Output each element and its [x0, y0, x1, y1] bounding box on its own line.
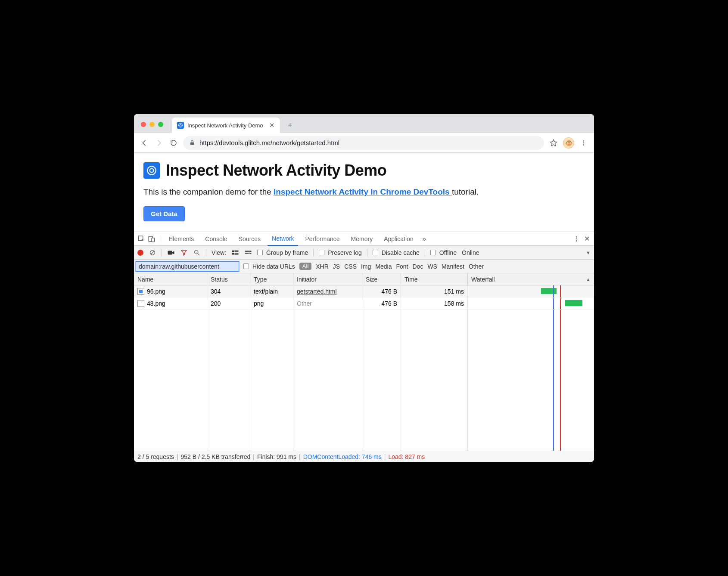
tutorial-link[interactable]: Inspect Network Activity In Chrome DevTo…: [274, 187, 452, 196]
address-bar[interactable]: https://devtools.glitch.me/network/getst…: [183, 136, 544, 150]
browser-toolbar: https://devtools.glitch.me/network/getst…: [134, 133, 594, 153]
col-size[interactable]: Size: [362, 273, 401, 285]
forward-button[interactable]: [154, 138, 164, 148]
group-by-frame-checkbox[interactable]: Group by frame: [257, 249, 308, 256]
profile-avatar[interactable]: 🐵: [563, 137, 574, 149]
tab-application[interactable]: Application: [380, 232, 418, 246]
filter-doc[interactable]: Doc: [412, 263, 423, 270]
cell-time: 151 ms: [401, 285, 468, 297]
filter-js[interactable]: JS: [333, 263, 340, 270]
minimize-window-button[interactable]: [149, 122, 155, 127]
more-tabs-icon[interactable]: »: [420, 235, 428, 243]
svg-rect-20: [234, 250, 238, 251]
browser-tab[interactable]: Inspect Network Activity Demo ✕: [172, 118, 280, 133]
svg-rect-26: [245, 253, 249, 254]
svg-rect-2: [190, 142, 194, 145]
svg-point-3: [583, 140, 585, 142]
cell-size: 476 B: [362, 285, 401, 297]
tab-performance[interactable]: Performance: [301, 232, 344, 246]
device-toggle-icon[interactable]: [148, 235, 156, 243]
throttling-select[interactable]: Online: [462, 249, 479, 256]
col-waterfall[interactable]: Waterfall▲: [468, 273, 594, 285]
svg-point-17: [195, 250, 198, 254]
cell-type: text/plain: [250, 285, 293, 297]
devtools-menu-icon[interactable]: [572, 235, 580, 243]
svg-point-7: [150, 169, 154, 173]
table-header: Name Status Type Initiator Size Time Wat…: [134, 273, 594, 285]
status-transferred: 952 B / 2.5 KB transferred: [180, 453, 250, 460]
col-type[interactable]: Type: [250, 273, 293, 285]
svg-point-1: [180, 124, 181, 126]
svg-rect-19: [232, 250, 234, 252]
cell-name: 96.png: [134, 285, 207, 297]
throttling-dropdown-icon[interactable]: ▼: [586, 250, 591, 255]
svg-point-4: [583, 142, 585, 143]
overview-icon[interactable]: [244, 249, 252, 257]
view-label: View:: [212, 249, 226, 256]
new-tab-button[interactable]: +: [284, 119, 296, 131]
cell-type: png: [250, 297, 293, 309]
svg-line-15: [151, 251, 154, 254]
url-text: https://devtools.glitch.me/network/getst…: [199, 139, 339, 146]
svg-point-6: [147, 166, 156, 175]
reload-button[interactable]: [168, 138, 179, 148]
filter-other[interactable]: Other: [469, 263, 484, 270]
col-status[interactable]: Status: [207, 273, 250, 285]
clear-icon[interactable]: [149, 249, 156, 257]
star-icon[interactable]: [548, 138, 559, 148]
camera-icon[interactable]: [167, 249, 175, 257]
col-initiator[interactable]: Initiator: [293, 273, 362, 285]
status-load: Load: 827 ms: [388, 453, 425, 460]
filter-ws[interactable]: WS: [427, 263, 437, 270]
filter-font[interactable]: Font: [396, 263, 408, 270]
hide-data-urls-checkbox[interactable]: Hide data URLs: [243, 263, 295, 270]
maximize-window-button[interactable]: [158, 122, 163, 127]
cell-name: 48.png: [134, 297, 207, 309]
tab-strip: Inspect Network Activity Demo ✕ +: [134, 114, 594, 133]
svg-rect-25: [245, 251, 251, 251]
close-tab-button[interactable]: ✕: [267, 121, 275, 129]
svg-point-11: [576, 236, 577, 238]
close-window-button[interactable]: [141, 122, 146, 127]
svg-rect-16: [168, 251, 173, 254]
svg-point-13: [576, 240, 577, 242]
svg-rect-27: [249, 253, 252, 254]
tab-elements[interactable]: Elements: [165, 232, 198, 246]
offline-checkbox[interactable]: Offline: [430, 249, 457, 256]
close-devtools-icon[interactable]: ✕: [583, 235, 591, 243]
col-time[interactable]: Time: [401, 273, 468, 285]
lock-icon: [189, 140, 195, 146]
cell-initiator: Other: [293, 297, 362, 309]
col-name[interactable]: Name: [134, 273, 207, 285]
filter-all[interactable]: All: [299, 263, 311, 270]
favicon-icon: [177, 122, 184, 129]
tab-sources[interactable]: Sources: [234, 232, 265, 246]
browser-menu-button[interactable]: [579, 138, 589, 148]
filter-img[interactable]: Img: [361, 263, 371, 270]
filter-css[interactable]: CSS: [344, 263, 357, 270]
cell-size: 476 B: [362, 297, 401, 309]
record-button[interactable]: [137, 250, 143, 256]
filter-input[interactable]: [136, 261, 239, 272]
tab-console[interactable]: Console: [201, 232, 231, 246]
filter-xhr[interactable]: XHR: [316, 263, 329, 270]
large-rows-icon[interactable]: [231, 249, 239, 257]
tab-network[interactable]: Network: [268, 232, 298, 246]
table-row[interactable]: 48.png 200 png Other 476 B 158 ms: [134, 297, 594, 310]
devtools-status-bar: 2 / 5 requests | 952 B / 2.5 KB transfer…: [134, 451, 594, 462]
disable-cache-checkbox[interactable]: Disable cache: [373, 249, 420, 256]
search-icon[interactable]: [193, 249, 201, 257]
filter-media[interactable]: Media: [375, 263, 392, 270]
preserve-log-checkbox[interactable]: Preserve log: [319, 249, 362, 256]
table-row[interactable]: 96.png 304 text/plain getstarted.html 47…: [134, 285, 594, 297]
back-button[interactable]: [139, 138, 149, 148]
filter-manifest[interactable]: Manifest: [442, 263, 464, 270]
inspect-element-icon[interactable]: [137, 235, 145, 243]
filter-icon[interactable]: [180, 249, 188, 257]
tab-memory[interactable]: Memory: [347, 232, 377, 246]
get-data-button[interactable]: Get Data: [143, 206, 185, 221]
svg-point-0: [179, 124, 183, 127]
svg-line-18: [198, 254, 199, 255]
file-thumb-icon: [137, 288, 144, 295]
tab-title: Inspect Network Activity Demo: [187, 122, 263, 129]
